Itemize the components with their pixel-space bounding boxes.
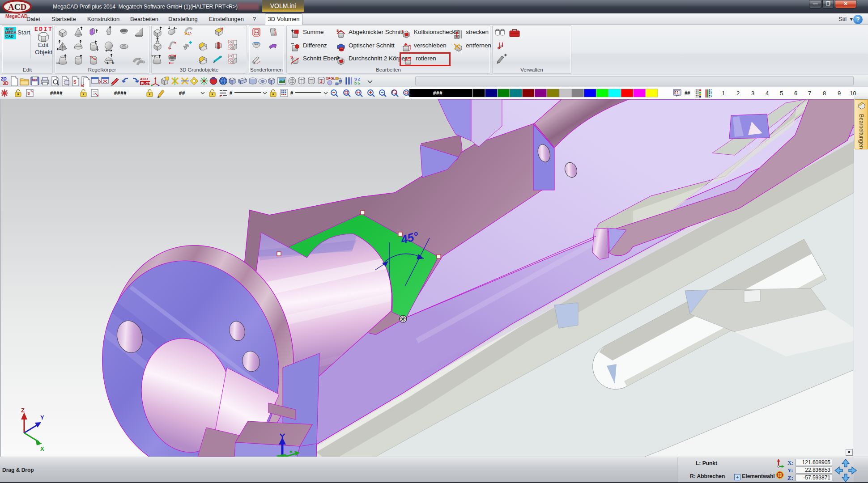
svg-text:5: 5	[780, 90, 783, 97]
svg-text:7: 7	[808, 90, 811, 97]
svg-text:S: S	[73, 80, 77, 85]
svg-text:ACD: ACD	[8, 2, 26, 12]
svg-text:Start: Start	[17, 29, 30, 36]
svg-text:8: 8	[823, 90, 826, 97]
svg-text:entfernen: entfernen	[466, 42, 491, 49]
svg-text:?: ?	[401, 30, 404, 34]
svg-text:Edit: Edit	[38, 42, 49, 48]
svg-text:###: ###	[433, 90, 443, 96]
svg-text:3: 3	[751, 90, 754, 97]
svg-text:strecken: strecken	[466, 29, 489, 35]
svg-text:Z: Z	[21, 407, 25, 414]
svg-text:n: n	[336, 55, 339, 59]
svg-text:PRT: PRT	[32, 79, 37, 81]
svg-text:ACO: ACO	[140, 77, 148, 81]
svg-text:1: 1	[722, 90, 725, 97]
svg-text:MegaCAD: MegaCAD	[5, 13, 28, 19]
svg-text:R: R	[112, 61, 115, 65]
svg-text:X: X	[40, 445, 44, 452]
svg-text:Differenz: Differenz	[303, 42, 327, 49]
svg-text:OPGL: OPGL	[326, 76, 336, 80]
svg-text:Y: Y	[40, 414, 44, 421]
svg-text:Kollisionscheck: Kollisionscheck	[414, 29, 455, 35]
svg-text:CAD: CAD	[5, 34, 13, 38]
svg-text:4: 4	[766, 90, 769, 97]
svg-text:S: S	[27, 91, 30, 96]
svg-text:Abgeknickter Schnitt: Abgeknickter Schnitt	[349, 29, 404, 35]
svg-text:PLOT: PLOT	[141, 81, 150, 85]
svg-text:Optischer Schnitt: Optischer Schnitt	[349, 42, 395, 49]
svg-text:S: S	[336, 29, 339, 33]
svg-text:EDIT: EDIT	[34, 26, 53, 33]
svg-text:2: 2	[736, 90, 740, 97]
svg-text:1:x: 1:x	[151, 55, 156, 58]
svg-text:Durchschnitt 2 Körper: Durchschnitt 2 Körper	[349, 55, 407, 62]
svg-text:9: 9	[838, 90, 841, 97]
svg-text:####: ####	[50, 90, 63, 96]
svg-text:Objekt: Objekt	[35, 49, 52, 55]
svg-text:#: #	[230, 90, 232, 96]
svg-text:verschieben: verschieben	[414, 42, 447, 49]
svg-text:b 5: b 5	[354, 81, 360, 85]
svg-text:10: 10	[850, 90, 856, 97]
svg-text:#: #	[290, 90, 293, 96]
svg-text:##: ##	[685, 90, 690, 96]
svg-text:##: ##	[179, 90, 185, 96]
svg-text:6: 6	[794, 90, 797, 97]
svg-text:Summe: Summe	[303, 29, 324, 35]
svg-text:Schnitt Ebene: Schnitt Ebene	[303, 55, 340, 62]
svg-text:3D: 3D	[3, 81, 9, 86]
svg-text:####: ####	[114, 90, 127, 96]
svg-text:S: S	[290, 55, 293, 59]
